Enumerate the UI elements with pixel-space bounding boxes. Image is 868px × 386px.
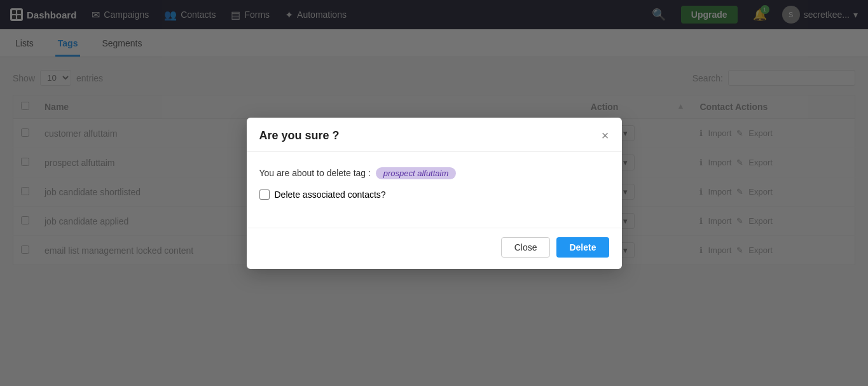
modal-message: You are about to delete tag : prospect a… [259,167,609,179]
modal-message-text: You are about to delete tag : [259,168,371,178]
modal-close-button[interactable]: Close [501,237,551,258]
modal-close-x-button[interactable]: × [602,129,609,142]
modal-overlay-container: Are you sure ? × You are about to delete… [0,0,868,278]
delete-contacts-label: Delete associated contacts? [275,190,386,200]
tag-name-pill: prospect alfuttaim [376,167,457,179]
modal-header: Are you sure ? × [247,118,622,152]
confirm-delete-modal: Are you sure ? × You are about to delete… [247,118,622,269]
delete-contacts-row: Delete associated contacts? [259,190,609,200]
modal-footer: Close Delete [247,228,622,269]
modal-body: You are about to delete tag : prospect a… [247,152,622,228]
delete-contacts-checkbox[interactable] [259,190,270,200]
modal-delete-button[interactable]: Delete [556,237,609,258]
modal-title: Are you sure ? [259,129,340,142]
